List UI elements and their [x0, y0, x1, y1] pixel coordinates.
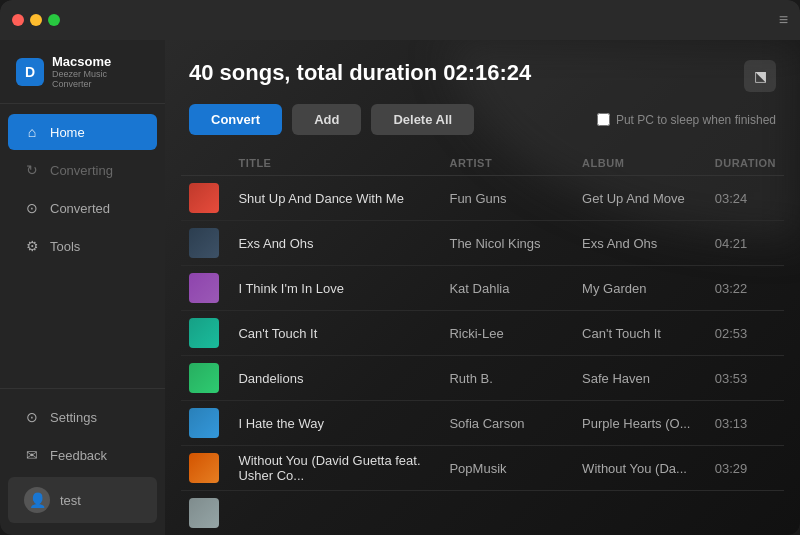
- minimize-button[interactable]: [30, 14, 42, 26]
- song-thumbnail: [189, 183, 219, 213]
- song-artist: Ruth B.: [449, 371, 492, 386]
- song-title: Shut Up And Dance With Me: [238, 191, 403, 206]
- sidebar-logo: D Macsome Deezer Music Converter: [0, 40, 165, 104]
- titlebar: ≡: [0, 0, 800, 40]
- app-name: Macsome: [52, 54, 149, 69]
- col-header-duration: DURATION: [707, 151, 784, 176]
- add-button[interactable]: Add: [292, 104, 361, 135]
- song-album: Exs And Ohs: [582, 236, 657, 251]
- table-row[interactable]: I Think I'm In Love Kat Dahlia My Garden…: [181, 266, 784, 311]
- table-row[interactable]: Exs And Ohs The Nicol Kings Exs And Ohs …: [181, 221, 784, 266]
- sidebar-item-label-converted: Converted: [50, 201, 110, 216]
- page-title: 40 songs, total duration 02:16:24: [189, 60, 531, 86]
- sidebar-item-converting[interactable]: ↻ Converting: [8, 152, 157, 188]
- sidebar-item-tools[interactable]: ⚙ Tools: [8, 228, 157, 264]
- song-duration: 04:21: [715, 236, 748, 251]
- sidebar-nav: ⌂ Home ↻ Converting ⊙ Converted ⚙ Tools: [0, 104, 165, 388]
- col-header-title: TITLE: [230, 151, 441, 176]
- maximize-button[interactable]: [48, 14, 60, 26]
- song-thumbnail: [189, 453, 219, 483]
- sidebar-item-home[interactable]: ⌂ Home: [8, 114, 157, 150]
- menu-icon[interactable]: ≡: [779, 11, 788, 29]
- song-album: My Garden: [582, 281, 646, 296]
- song-duration: 03:53: [715, 371, 748, 386]
- col-header-artist: ARTIST: [441, 151, 574, 176]
- song-title: Without You (David Guetta feat. Usher Co…: [238, 453, 420, 483]
- sidebar-item-label-feedback: Feedback: [50, 448, 107, 463]
- sleep-checkbox-input[interactable]: [597, 113, 610, 126]
- converting-icon: ↻: [24, 162, 40, 178]
- song-thumbnail: [189, 363, 219, 393]
- sidebar-item-label-tools: Tools: [50, 239, 80, 254]
- song-title: I Hate the Way: [238, 416, 324, 431]
- table-row[interactable]: Shut Up And Dance With Me Fun Guns Get U…: [181, 176, 784, 221]
- home-icon: ⌂: [24, 124, 40, 140]
- avatar: 👤: [24, 487, 50, 513]
- export-button[interactable]: ⬔: [744, 60, 776, 92]
- sidebar-item-feedback[interactable]: ✉ Feedback: [8, 437, 157, 473]
- table-header-row: TITLE ARTIST ALBUM DURATION: [181, 151, 784, 176]
- export-icon: ⬔: [754, 68, 767, 84]
- app-window: ≡ D Macsome Deezer Music Converter ⌂ Hom…: [0, 0, 800, 535]
- sidebar-item-settings[interactable]: ⊙ Settings: [8, 399, 157, 435]
- song-duration: 03:22: [715, 281, 748, 296]
- table-row[interactable]: Dandelions Ruth B. Safe Haven 03:53: [181, 356, 784, 401]
- sidebar-item-label-converting: Converting: [50, 163, 113, 178]
- close-button[interactable]: [12, 14, 24, 26]
- col-header-thumb: [181, 151, 230, 176]
- sleep-label: Put PC to sleep when finished: [616, 113, 776, 127]
- songs-table: TITLE ARTIST ALBUM DURATION Shut Up And …: [181, 151, 784, 535]
- song-title: Exs And Ohs: [238, 236, 313, 251]
- song-duration: 03:24: [715, 191, 748, 206]
- song-thumbnail: [189, 498, 219, 528]
- sidebar-bottom: ⊙ Settings ✉ Feedback 👤 test: [0, 388, 165, 535]
- song-album: Can't Touch It: [582, 326, 661, 341]
- song-duration: 02:53: [715, 326, 748, 341]
- song-album: Purple Hearts (O...: [582, 416, 690, 431]
- table-row[interactable]: I Hate the Way Sofia Carson Purple Heart…: [181, 401, 784, 446]
- logo-text: Macsome Deezer Music Converter: [52, 54, 149, 89]
- traffic-lights: [12, 14, 60, 26]
- song-thumbnail: [189, 408, 219, 438]
- sidebar-item-label-settings: Settings: [50, 410, 97, 425]
- song-thumbnail: [189, 228, 219, 258]
- converted-icon: ⊙: [24, 200, 40, 216]
- logo-icon: D: [16, 58, 44, 86]
- settings-icon: ⊙: [24, 409, 40, 425]
- sleep-checkbox[interactable]: Put PC to sleep when finished: [597, 113, 776, 127]
- song-album: Safe Haven: [582, 371, 650, 386]
- sidebar: D Macsome Deezer Music Converter ⌂ Home …: [0, 40, 165, 535]
- table-row[interactable]: [181, 491, 784, 536]
- table-row[interactable]: Can't Touch It Ricki-Lee Can't Touch It …: [181, 311, 784, 356]
- song-artist: Sofia Carson: [449, 416, 524, 431]
- username: test: [60, 493, 81, 508]
- tools-icon: ⚙: [24, 238, 40, 254]
- sidebar-item-converted[interactable]: ⊙ Converted: [8, 190, 157, 226]
- delete-all-button[interactable]: Delete All: [371, 104, 474, 135]
- user-profile[interactable]: 👤 test: [8, 477, 157, 523]
- content-area: 40 songs, total duration 02:16:24 ⬔ Conv…: [165, 40, 800, 535]
- song-title: Can't Touch It: [238, 326, 317, 341]
- song-artist: The Nicol Kings: [449, 236, 540, 251]
- song-artist: Kat Dahlia: [449, 281, 509, 296]
- song-title: I Think I'm In Love: [238, 281, 344, 296]
- table-row[interactable]: Without You (David Guetta feat. Usher Co…: [181, 446, 784, 491]
- content-header: 40 songs, total duration 02:16:24 ⬔: [165, 40, 800, 104]
- song-artist: Fun Guns: [449, 191, 506, 206]
- song-duration: 03:29: [715, 461, 748, 476]
- song-artist: Ricki-Lee: [449, 326, 503, 341]
- song-title: Dandelions: [238, 371, 303, 386]
- sidebar-item-label-home: Home: [50, 125, 85, 140]
- convert-button[interactable]: Convert: [189, 104, 282, 135]
- toolbar: Convert Add Delete All Put PC to sleep w…: [165, 104, 800, 151]
- song-thumbnail: [189, 318, 219, 348]
- song-duration: 03:13: [715, 416, 748, 431]
- feedback-icon: ✉: [24, 447, 40, 463]
- app-subtitle: Deezer Music Converter: [52, 69, 149, 89]
- col-header-album: ALBUM: [574, 151, 707, 176]
- content-inner: 40 songs, total duration 02:16:24 ⬔ Conv…: [165, 40, 800, 535]
- song-list[interactable]: TITLE ARTIST ALBUM DURATION Shut Up And …: [181, 151, 784, 535]
- song-album: Without You (Da...: [582, 461, 687, 476]
- song-artist: PopMusik: [449, 461, 506, 476]
- song-album: Get Up And Move: [582, 191, 685, 206]
